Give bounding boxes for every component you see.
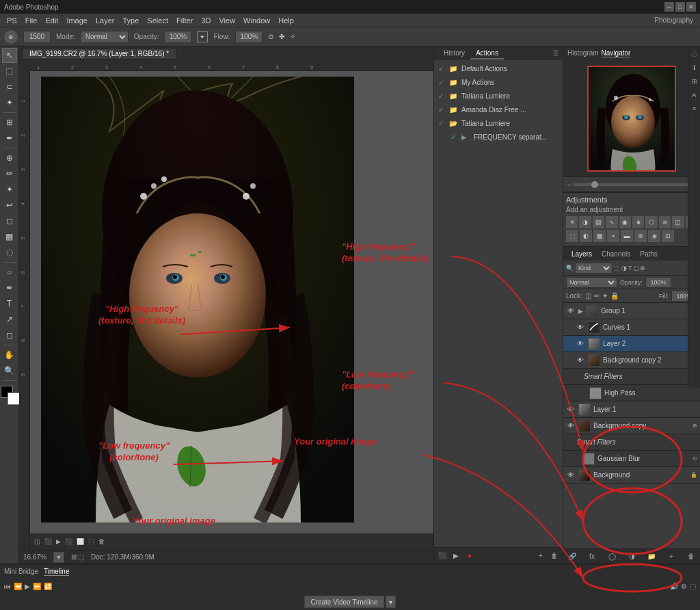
adj-selectcolor-icon[interactable]: ⊛ xyxy=(634,230,647,242)
visibility-eye-layer2[interactable]: 👁 xyxy=(576,339,585,349)
blur-tool[interactable]: ◌ xyxy=(2,245,17,260)
create-timeline-dropdown[interactable]: ▾ xyxy=(386,596,396,608)
adj-channel-icon[interactable]: ⬚ xyxy=(566,230,578,242)
record-btn[interactable]: ● xyxy=(464,551,475,561)
flow-input[interactable] xyxy=(235,31,262,43)
opacity-input[interactable] xyxy=(164,31,191,43)
menu-filter[interactable]: Filter xyxy=(172,15,197,26)
canvas-toolbar-btn3[interactable]: ▶ xyxy=(56,538,61,545)
tab-layers[interactable]: Layers xyxy=(567,249,596,259)
zoom-tool[interactable]: 🔍 xyxy=(2,363,17,378)
opacity-value-input[interactable] xyxy=(645,277,671,288)
healing-brush-tool[interactable]: ⊕ xyxy=(2,150,17,165)
visibility-eye-layer1[interactable]: 👁 xyxy=(566,405,576,414)
move-tool[interactable]: ↖ xyxy=(2,48,17,63)
filter-smart-icon[interactable]: ⊕ xyxy=(640,265,645,271)
layer-row-smartfilters2[interactable]: Smart Filters xyxy=(563,434,700,451)
layer-row-highpass[interactable]: High Pass xyxy=(563,385,700,401)
tab-paths[interactable]: Paths xyxy=(636,249,662,259)
layer-row-gaussianblur[interactable]: Gaussian Blur ⊙ xyxy=(563,451,700,467)
action-item-tatiana1[interactable]: ✓ 📁 Tatiana Lumiere xyxy=(434,89,563,103)
fr-btn3[interactable]: ⊞ xyxy=(690,77,699,86)
path-select-tool[interactable]: ↗ xyxy=(2,312,17,327)
menu-help[interactable]: Help xyxy=(274,15,298,26)
adj-bw-icon[interactable]: ◫ xyxy=(672,216,684,228)
fr-btn2[interactable]: ℹ xyxy=(690,63,699,72)
adj-brightness-icon[interactable]: ☀ xyxy=(566,216,578,228)
menu-3d[interactable]: 3D xyxy=(197,15,215,26)
title-bar-controls[interactable]: ─ □ ✕ xyxy=(664,2,696,12)
adj-posterize-icon[interactable]: ▩ xyxy=(593,230,606,242)
tab-navigator[interactable]: Navigator xyxy=(602,49,631,57)
group-chevron-group1[interactable]: ▶ xyxy=(578,308,583,315)
lasso-tool[interactable]: ⊂ xyxy=(2,79,17,94)
canvas-toolbar-btn1[interactable]: ◫ xyxy=(34,538,40,545)
tl-next-btn[interactable]: ⏩ xyxy=(33,583,41,590)
tl-prev-btn[interactable]: ⏪ xyxy=(14,583,22,590)
view-icon2[interactable]: ⬚ xyxy=(78,553,84,561)
tab-timeline[interactable]: Timeline xyxy=(44,568,69,576)
canvas-viewport[interactable]: "High frequency" (texture, fine details) xyxy=(30,71,433,550)
history-brush-tool[interactable]: ↩ xyxy=(2,198,17,213)
menu-edit[interactable]: Edit xyxy=(41,15,62,26)
adj-hdr-icon[interactable]: ⊡ xyxy=(662,230,674,242)
tl-render-btn[interactable]: ⬚ xyxy=(690,583,696,590)
visibility-eye-background[interactable]: 👁 xyxy=(566,470,576,480)
brush-size-input[interactable] xyxy=(23,31,51,43)
eraser-tool[interactable]: ◻ xyxy=(2,213,17,228)
lock-position-icon[interactable]: ✦ xyxy=(602,292,608,300)
delete-action-btn[interactable]: 🗑 xyxy=(549,551,560,561)
action-item-amanda[interactable]: ✓ 📁 Amanda Diaz Free ... xyxy=(434,103,563,116)
layer-row-smartfilters1[interactable]: Smart Filters xyxy=(563,369,700,385)
layer-row-layer1[interactable]: 👁 Layer 1 xyxy=(563,401,700,418)
play-btn[interactable]: ▶ xyxy=(450,551,461,561)
canvas-toolbar-btn6[interactable]: ⬚ xyxy=(88,538,94,545)
tab-history[interactable]: History xyxy=(438,48,470,59)
new-action-btn[interactable]: + xyxy=(535,551,546,561)
shape-tool[interactable]: ◻ xyxy=(2,328,17,343)
lock-transparent-icon[interactable]: ◫ xyxy=(585,292,591,300)
layer-mask-btn[interactable]: ◯ xyxy=(606,551,618,562)
tl-loop-btn[interactable]: 🔁 xyxy=(44,583,52,590)
layer-group-btn[interactable]: 📁 xyxy=(645,551,658,562)
view-icon1[interactable]: ⊞ xyxy=(71,553,77,561)
eyedropper-tool[interactable]: ✒ xyxy=(2,131,17,146)
zoom-slider-thumb[interactable] xyxy=(591,181,598,188)
document-tab[interactable]: IMG_9199.CR2 @ 16.7% (Layer 1, RGB/16) * xyxy=(22,48,176,59)
type-tool[interactable]: T xyxy=(2,296,17,311)
visibility-eye-curves1[interactable]: 👁 xyxy=(576,323,585,332)
brush-tool[interactable]: ✏ xyxy=(2,166,17,181)
layer-row-layer2[interactable]: 👁 Layer 2 xyxy=(563,336,700,352)
tab-mini-bridge[interactable]: Mini Bridge xyxy=(4,568,38,575)
filter-adj-icon[interactable]: ◑ xyxy=(621,265,627,271)
stamp-tool[interactable]: ✦ xyxy=(2,182,17,197)
layer-filter-select[interactable]: Kind xyxy=(575,263,612,274)
layer-row-bgcopy[interactable]: 👁 Background copy ⊕ xyxy=(563,418,700,434)
tool-preset-picker[interactable]: ⊕ xyxy=(4,30,18,44)
action-item-myactions[interactable]: ✓ 📁 My Actions xyxy=(434,75,563,89)
close-button[interactable]: ✕ xyxy=(686,2,696,12)
pen-tool[interactable]: ✒ xyxy=(2,280,17,295)
tab-histogram[interactable]: Histogram xyxy=(567,49,599,57)
maximize-button[interactable]: □ xyxy=(675,2,685,12)
lock-pixel-icon[interactable]: ✏ xyxy=(594,292,600,300)
fr-btn4[interactable]: A xyxy=(690,90,699,100)
layer-row-group1[interactable]: 👁 ▶ Group 1 xyxy=(563,303,700,319)
crop-tool[interactable]: ⊞ xyxy=(2,115,17,130)
menu-file[interactable]: File xyxy=(21,15,42,26)
adj-threshold-icon[interactable]: ▪ xyxy=(607,230,619,242)
action-item-tatiana2[interactable]: ✓ 📂 Tatiana Lumiere xyxy=(434,116,563,130)
airbrush-toggle[interactable]: ✦ xyxy=(197,31,208,42)
blend-mode-layers-select[interactable]: Normal xyxy=(566,277,617,288)
action-item-default[interactable]: ✓ 📁 Default Actions xyxy=(434,62,563,75)
layer-row-background[interactable]: 👁 Background 🔒 xyxy=(563,467,700,483)
adj-levels-icon[interactable]: ▤ xyxy=(593,216,604,228)
layer-style-btn[interactable]: fx xyxy=(586,551,598,562)
layer-link-btn[interactable]: 🔗 xyxy=(566,551,578,562)
menu-ps[interactable]: PS xyxy=(3,15,21,26)
tl-audio-btn[interactable]: 🔊 xyxy=(670,583,678,590)
action-item-freq[interactable]: ✓ ▶ FREQUENCY separat... xyxy=(434,130,563,144)
canvas-toolbar-btn7[interactable]: 🗑 xyxy=(98,538,105,545)
fr-btn5[interactable]: ≡ xyxy=(690,104,699,114)
lock-all-icon[interactable]: 🔒 xyxy=(610,292,619,300)
